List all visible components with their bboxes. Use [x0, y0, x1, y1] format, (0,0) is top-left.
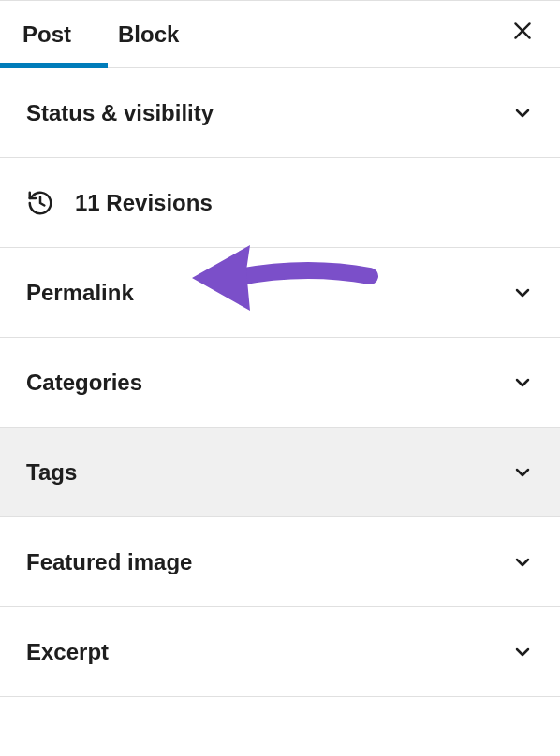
- section-label: Permalink: [26, 280, 134, 306]
- section-label: Status & visibility: [26, 100, 214, 126]
- chevron-down-icon: [511, 102, 534, 124]
- close-icon: [510, 19, 535, 50]
- section-label: Categories: [26, 370, 142, 396]
- section-tags[interactable]: Tags: [0, 428, 560, 517]
- section-revisions[interactable]: 11 Revisions: [0, 158, 560, 248]
- section-featured-image[interactable]: Featured image: [0, 517, 560, 607]
- section-label: Excerpt: [26, 639, 109, 665]
- settings-panel: Post Block Status & visibility: [0, 0, 560, 697]
- section-label: Tags: [26, 459, 77, 486]
- chevron-down-icon: [511, 461, 534, 484]
- chevron-down-icon: [511, 282, 534, 304]
- section-status-visibility[interactable]: Status & visibility: [0, 68, 560, 158]
- section-label: Featured image: [26, 549, 192, 575]
- tab-block-label: Block: [118, 22, 179, 48]
- tab-block[interactable]: Block: [118, 1, 196, 67]
- section-categories[interactable]: Categories: [0, 338, 560, 428]
- chevron-down-icon: [511, 551, 534, 574]
- revisions-label: 11 Revisions: [75, 190, 213, 216]
- history-icon: [26, 189, 54, 217]
- chevron-down-icon: [511, 641, 534, 663]
- tab-post-label: Post: [22, 22, 71, 48]
- section-permalink[interactable]: Permalink: [0, 248, 560, 338]
- close-button[interactable]: [508, 20, 538, 50]
- section-excerpt[interactable]: Excerpt: [0, 607, 560, 697]
- tabs-bar: Post Block: [0, 1, 560, 68]
- tab-post[interactable]: Post: [22, 1, 88, 67]
- chevron-down-icon: [511, 371, 534, 394]
